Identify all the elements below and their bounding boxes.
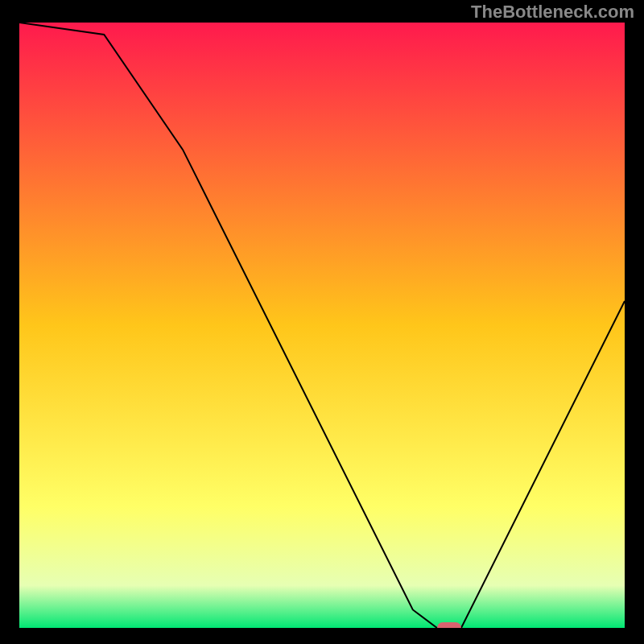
optimal-marker [437, 622, 461, 628]
plot-area [19, 23, 625, 628]
watermark-text: TheBottleneck.com [471, 2, 634, 23]
bottleneck-curve [19, 23, 625, 628]
